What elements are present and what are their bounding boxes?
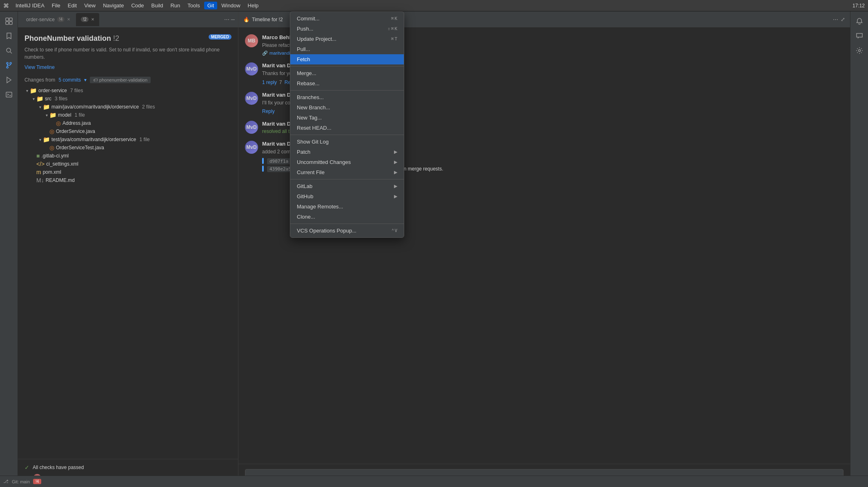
sidebar-icon-terminal[interactable]: [2, 88, 16, 101]
menu-reset-head[interactable]: Reset HEAD...: [290, 123, 404, 133]
menu-show-git-log[interactable]: Show Git Log: [290, 137, 404, 147]
tab-pr-2-close[interactable]: ✕: [91, 17, 94, 22]
menu-github[interactable]: GitHub ▶: [290, 191, 404, 201]
tab-pr-2[interactable]: !2 ✕: [76, 13, 99, 26]
avatar-marit-2: MvD: [245, 92, 258, 105]
reply-count-btn[interactable]: 1 reply: [262, 80, 277, 85]
status-checks-passed: ✓ All checks have passed: [24, 464, 231, 471]
tree-item-orderservice-java[interactable]: ▾ ◎ OrderService.java: [24, 127, 231, 135]
tag-icon: 🏷: [93, 77, 98, 82]
java-file-icon: ◎: [49, 128, 54, 135]
view-timeline-link[interactable]: View Timeline: [24, 64, 55, 70]
menu-pull[interactable]: Pull...: [290, 44, 404, 54]
commit-bar-2: [262, 166, 264, 172]
timeline-options-icon[interactable]: ⋯: [833, 16, 838, 22]
commits-link[interactable]: 5 commits: [58, 77, 81, 83]
tree-item-main[interactable]: ▾ 📁 main/java/com/maritvandijk/orderserv…: [24, 103, 231, 111]
menu-run[interactable]: Run: [167, 2, 183, 9]
sidebar-icon-find[interactable]: [2, 44, 16, 57]
menu-push[interactable]: Push... ⇧⌘K: [290, 24, 404, 34]
check-icon: ✓: [24, 464, 29, 471]
menu-commit-label: Commit...: [297, 15, 320, 22]
tab-options-icon[interactable]: ⋯: [224, 16, 229, 22]
apple-logo-icon[interactable]: ⌘: [3, 2, 9, 9]
menu-manage-remotes-label: Manage Remotes...: [297, 204, 343, 210]
menu-separator-3: [290, 135, 404, 135]
sidebar-icon-bookmarks[interactable]: [2, 29, 16, 42]
menu-new-tag[interactable]: New Tag...: [290, 113, 404, 123]
menu-update-project[interactable]: Update Project... ⌘T: [290, 34, 404, 44]
tree-count: 3 files: [55, 96, 67, 102]
tab-order-service-close[interactable]: ✕: [67, 17, 70, 22]
sidebar-right-settings[interactable]: [853, 44, 866, 57]
commit-hash-1[interactable]: d907f1a: [267, 158, 291, 164]
menu-view[interactable]: View: [81, 2, 99, 9]
menu-merge[interactable]: Merge...: [290, 68, 404, 78]
sidebar-icon-run[interactable]: [2, 73, 16, 86]
menu-current-file-label: Current File: [297, 169, 325, 175]
menu-rebase[interactable]: Rebase...: [290, 78, 404, 89]
menu-update-label: Update Project...: [297, 36, 336, 42]
tab-order-service[interactable]: order-service !4 ✕: [21, 13, 75, 26]
tree-item-gitlab-ci[interactable]: ▾ ■ .gitlab-ci.yml: [24, 152, 231, 160]
menu-vcs-operations[interactable]: VCS Operations Popup... ^V: [290, 226, 404, 236]
tree-item-test[interactable]: ▾ 📁 test/java/com/maritvandijk/orderserv…: [24, 135, 231, 144]
menu-current-file[interactable]: Current File ▶: [290, 167, 404, 177]
tree-item-order-service[interactable]: ▾ 📁 order-service 7 files: [24, 86, 231, 95]
menu-separator-1: [290, 66, 404, 66]
menu-build[interactable]: Build: [148, 2, 167, 9]
commits-dropdown-icon[interactable]: ▾: [84, 77, 87, 83]
menu-patch[interactable]: Patch ▶: [290, 147, 404, 157]
timeline-expand-icon[interactable]: ⤢: [841, 16, 845, 22]
menu-new-branch[interactable]: New Branch...: [290, 102, 404, 113]
menu-git[interactable]: Git: [204, 2, 218, 9]
svg-rect-1: [9, 18, 12, 21]
menu-intellij[interactable]: IntelliJ IDEA: [12, 2, 48, 9]
svg-point-7: [10, 62, 11, 64]
git-dropdown-menu[interactable]: Commit... ⌘K Push... ⇧⌘K Update Project.…: [290, 11, 404, 238]
tree-item-src[interactable]: ▾ 📁 src 3 files: [24, 95, 231, 103]
sidebar-right-chat[interactable]: [853, 29, 866, 42]
pr-description: Check to see if phone number is valid. S…: [24, 46, 231, 61]
menu-uncommitted-changes[interactable]: Uncommitted Changes ▶: [290, 157, 404, 167]
yaml-file-icon: ■: [36, 153, 40, 159]
menu-rebase-label: Rebase...: [297, 80, 320, 86]
menu-window[interactable]: Window: [218, 2, 243, 9]
menu-tools[interactable]: Tools: [184, 2, 203, 9]
reply-button-2[interactable]: Reply: [262, 108, 275, 114]
menu-fetch[interactable]: Fetch: [290, 54, 404, 64]
menu-navigate[interactable]: Navigate: [100, 2, 127, 9]
tab-minimize-icon[interactable]: ─: [231, 16, 235, 22]
menu-branches[interactable]: Branches...: [290, 92, 404, 102]
menu-branches-label: Branches...: [297, 94, 324, 100]
submenu-arrow-uncommitted: ▶: [394, 159, 397, 165]
menu-manage-remotes[interactable]: Manage Remotes...: [290, 201, 404, 212]
folder-icon: 📁: [43, 104, 50, 110]
menu-file[interactable]: File: [49, 2, 64, 9]
sidebar-icon-project[interactable]: [2, 15, 16, 28]
menu-code[interactable]: Code: [128, 2, 147, 9]
bottom-bar-git-status[interactable]: Git: main: [12, 479, 30, 484]
menu-gitlab[interactable]: GitLab ▶: [290, 181, 404, 191]
menu-commit[interactable]: Commit... ⌘K: [290, 13, 404, 24]
menubar-time: 17:12: [852, 3, 865, 9]
sidebar-right-notifications[interactable]: [853, 15, 866, 28]
xml-file-icon: m: [36, 169, 41, 175]
sidebar-icon-git[interactable]: [2, 59, 16, 72]
menu-edit[interactable]: Edit: [65, 2, 80, 9]
tree-name: order-service: [38, 88, 67, 93]
tree-item-pom[interactable]: ▾ m pom.xml: [24, 168, 231, 176]
changes-header: Changes from 5 commits ▾ 🏷 phonenumber-v…: [24, 77, 231, 83]
bottom-bar-issue-badge[interactable]: !4: [33, 479, 41, 484]
menu-clone[interactable]: Clone...: [290, 212, 404, 222]
svg-rect-3: [9, 22, 12, 24]
menu-separator-2: [290, 90, 404, 91]
tree-item-model[interactable]: ▾ 📁 model 1 file: [24, 111, 231, 119]
tab-bar: order-service !4 ✕ !2 ✕ ⋯ ─: [18, 11, 238, 28]
mac-menubar: ⌘ IntelliJ IDEA File Edit View Navigate …: [0, 0, 868, 11]
tree-item-address-java[interactable]: ▾ ◎ Address.java: [24, 119, 231, 127]
tree-item-orderservicetest-java[interactable]: ▾ ◎ OrderServiceTest.java: [24, 144, 231, 152]
tree-item-ci-settings[interactable]: ▾ </> ci_settings.xml: [24, 160, 231, 168]
menu-help[interactable]: Help: [245, 2, 262, 9]
tree-item-readme[interactable]: ▾ M↓ README.md: [24, 176, 231, 184]
